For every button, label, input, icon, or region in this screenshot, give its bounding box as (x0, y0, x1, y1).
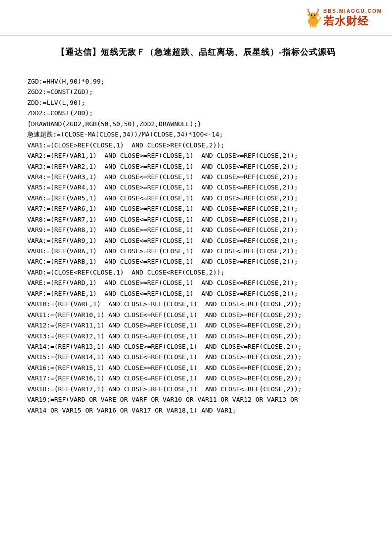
svg-point-11 (312, 17, 313, 18)
bbs-label: BBS.MIAOGU.COM (323, 8, 382, 14)
code-line: VAR12:=(REF(VAR11,1) AND CLOSE>=REF(CLOS… (27, 320, 365, 330)
code-line: VAR2:=(REF(VAR1,1) AND CLOSE>=REF(CLOSE,… (27, 150, 365, 161)
code-line: VAR3:=(REF(VAR2,1) AND CLOSE>=REF(CLOSE,… (27, 161, 365, 172)
code-line: VAR13:=(REF(VAR12,1) AND CLOSE<=REF(CLOS… (27, 331, 365, 341)
code-line: {DRAWBAND(ZGD2,RGB(50,50,50),ZDD2,DRAWNU… (27, 119, 365, 129)
svg-point-7 (314, 14, 315, 16)
code-line: VAR10:=(REF(VARF,1) AND CLOSE>=REF(CLOSE… (27, 299, 365, 309)
title-section: 【通达信】短线无敌Ｆ（急速超跌、品红离场、辰星线）-指标公式源码 (0, 36, 392, 67)
bull-icon (303, 5, 323, 32)
code-line: VAR11:=(REF(VAR10,1) AND CLOSE<=REF(CLOS… (27, 310, 365, 320)
page-container: BBS.MIAOGU.COM 若水财经 【通达信】短线无敌Ｆ（急速超跌、品红离场… (0, 0, 392, 555)
code-line: VARF:=(REF(VARE,1) AND CLOSE<=REF(CLOSE,… (27, 288, 365, 299)
svg-rect-13 (310, 24, 311, 27)
svg-point-9 (315, 15, 315, 15)
code-line: VAR16:=(REF(VAR15,1) AND CLOSE>=REF(CLOS… (27, 363, 365, 373)
code-line: VAR6:=(REF(VAR5,1) AND CLOSE<=REF(CLOSE,… (27, 193, 365, 203)
svg-point-12 (313, 17, 314, 18)
svg-point-6 (311, 14, 312, 16)
code-line: VAR7:=(REF(VAR6,1) AND CLOSE>=REF(CLOSE,… (27, 203, 365, 214)
svg-point-8 (311, 15, 312, 15)
code-line: ZDD:=LLV(L,90); (27, 97, 365, 108)
code-line: VAR9:=(REF(VAR8,1) AND CLOSE>=REF(CLOSE,… (27, 225, 365, 235)
code-line: VARB:=(REF(VARA,1) AND CLOSE>=REF(CLOSE,… (27, 246, 365, 256)
page-title: 【通达信】短线无敌Ｆ（急速超跌、品红离场、辰星线）-指标公式源码 (20, 46, 372, 58)
code-line: VARE:=(REF(VARD,1) AND CLOSE>=REF(CLOSE,… (27, 278, 365, 288)
logo-text-group: BBS.MIAOGU.COM 若水财经 (323, 8, 382, 29)
svg-rect-14 (312, 24, 313, 27)
logo-area: BBS.MIAOGU.COM 若水财经 (303, 5, 382, 32)
code-line: VAR18:=(REF(VAR17,1) AND CLOSE>=REF(CLOS… (27, 384, 365, 394)
svg-rect-15 (314, 24, 316, 27)
code-line: VAR14 OR VAR15 OR VAR16 OR VAR17 OR VAR1… (27, 405, 365, 416)
code-line: VARA:=(REF(VAR9,1) AND CLOSE<=REF(CLOSE,… (27, 235, 365, 246)
header: BBS.MIAOGU.COM 若水财经 (0, 0, 392, 36)
code-line: VAR4:=(REF(VAR3,1) AND CLOSE<=REF(CLOSE,… (27, 172, 365, 182)
code-line: ZDD2:=CONST(ZDD); (27, 108, 365, 118)
code-line: VAR17:=(REF(VAR16,1) AND CLOSE<=REF(CLOS… (27, 373, 365, 383)
code-line: ZGD2:=CONST(ZGD); (27, 87, 365, 97)
code-line: VAR8:=(REF(VAR7,1) AND CLOSE<=REF(CLOSE,… (27, 214, 365, 225)
code-line: VARD:=(CLOSE<REF(CLOSE,1) AND CLOSE<REF(… (27, 267, 365, 278)
code-line: VARC:=(REF(VARB,1) AND CLOSE<=REF(CLOSE,… (27, 256, 365, 267)
code-line: VAR5:=(REF(VAR4,1) AND CLOSE>=REF(CLOSE,… (27, 182, 365, 192)
code-line: VAR15:=(REF(VAR14,1) AND CLOSE<=REF(CLOS… (27, 352, 365, 362)
code-section: ZGD:=HHV(H,90)*0.99;ZGD2:=CONST(ZGD);ZDD… (0, 67, 392, 425)
code-line: 急速超跌:=(CLOSE-MA(CLOSE,34))/MA(CLOSE,34)*… (27, 129, 365, 139)
code-line: VAR1:=(CLOSE>REF(CLOSE,1) AND CLOSE>REF(… (27, 140, 365, 150)
code-line: VAR19:=REF(VARD OR VARE OR VARF OR VAR10… (27, 394, 365, 405)
code-line: ZGD:=HHV(H,90)*0.99; (27, 76, 365, 87)
brand-label: 若水财经 (323, 14, 369, 29)
code-line: VAR14:=(REF(VAR13,1) AND CLOSE>=REF(CLOS… (27, 341, 365, 352)
